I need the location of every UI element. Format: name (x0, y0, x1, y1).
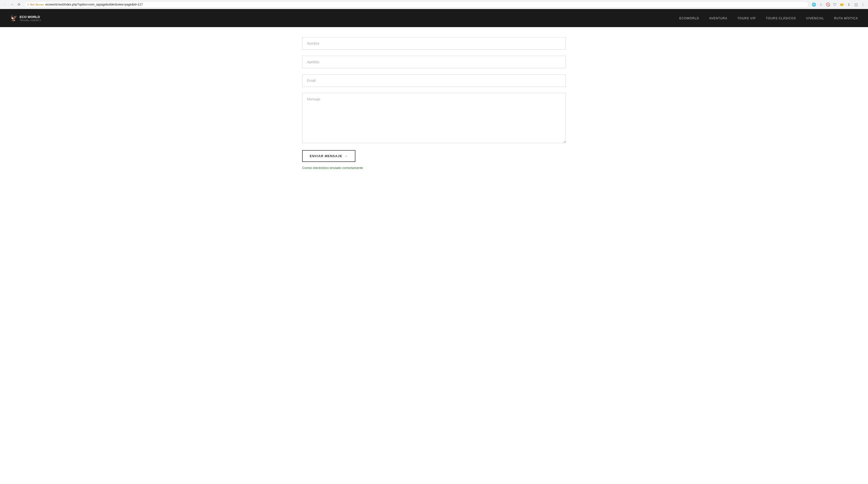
nav-item-tours-vip[interactable]: TOURS VIP (737, 16, 756, 20)
browser-actions: 🌐 ☆ 🚫 🛡 🤛 ⇓ ◫ ⋮ (811, 1, 866, 7)
email-field-wrapper (302, 74, 566, 87)
email-input[interactable] (302, 74, 566, 87)
nav-link-ruta-mistica[interactable]: RUTA MÍSTICA (834, 17, 858, 20)
nav-item-vivencial[interactable]: VIVENCIAL (806, 16, 824, 20)
site-header: 🦅 ECO WORLD TRAVEL AGENCY ECOWORLD AVENT… (0, 9, 868, 27)
browser-chrome: ← → ⟳ ⚠ Not Secure ecoworld.test/index.p… (0, 0, 868, 9)
warning-icon: ⚠ (27, 3, 29, 6)
nav-item-aventura[interactable]: AVENTURA (709, 16, 727, 20)
nav-link-ecoworld[interactable]: ECOWORLD (679, 17, 699, 20)
adblock-button[interactable]: 🚫 (825, 1, 831, 7)
translate-button[interactable]: 🌐 (811, 1, 817, 7)
main-content: ENVIAR MENSAJE → Correo electrónico envi… (0, 27, 868, 180)
logo-text: ECO WORLD TRAVEL AGENCY (20, 14, 41, 22)
shield-button[interactable]: 🛡 (832, 1, 838, 7)
nav-link-vivencial[interactable]: VIVENCIAL (806, 17, 824, 20)
sidebar-button[interactable]: ◫ (853, 1, 859, 7)
url-display: ecoworld.test/index.php?option=com_sppag… (45, 3, 143, 6)
back-button[interactable]: ← (2, 1, 8, 7)
mensaje-field-wrapper (302, 93, 566, 144)
nav-link-tours-clasicos[interactable]: TOURS CLÁSICOS (766, 17, 796, 20)
nav-item-tours-clasicos[interactable]: TOURS CLÁSICOS (766, 16, 796, 20)
submit-button[interactable]: ENVIAR MENSAJE → (302, 150, 355, 162)
nav-item-ruta-mistica[interactable]: RUTA MÍSTICA (834, 16, 858, 20)
security-indicator: ⚠ Not Secure (27, 3, 44, 6)
nav-link-tours-vip[interactable]: TOURS VIP (737, 17, 756, 20)
not-secure-label: Not Secure (30, 3, 44, 6)
submit-arrow-icon: → (344, 154, 348, 158)
submit-label: ENVIAR MENSAJE (310, 154, 342, 158)
nav-menu: ECOWORLD AVENTURA TOURS VIP TOURS CLÁSIC… (679, 16, 858, 20)
download-button[interactable]: ⇓ (846, 1, 852, 7)
apellido-input[interactable] (302, 56, 566, 68)
main-nav: ECOWORLD AVENTURA TOURS VIP TOURS CLÁSIC… (679, 16, 858, 20)
nombre-input[interactable] (302, 37, 566, 50)
reload-button[interactable]: ⟳ (16, 1, 22, 7)
nombre-field-wrapper (302, 37, 566, 50)
nav-item-ecoworld[interactable]: ECOWORLD (679, 16, 699, 20)
apellido-field-wrapper (302, 56, 566, 68)
bookmark-button[interactable]: ☆ (818, 1, 824, 7)
extensions-button[interactable]: 🤛 (839, 1, 845, 7)
nav-link-aventura[interactable]: AVENTURA (709, 17, 727, 20)
logo-icon: 🦅 (10, 14, 18, 22)
forward-button[interactable]: → (9, 1, 15, 7)
logo-area: 🦅 ECO WORLD TRAVEL AGENCY (10, 14, 41, 22)
success-message: Correo electrónico enviado correctamente (302, 166, 363, 170)
mensaje-textarea[interactable] (302, 93, 566, 143)
menu-button[interactable]: ⋮ (860, 1, 866, 7)
address-bar[interactable]: ⚠ Not Secure ecoworld.test/index.php?opt… (24, 1, 809, 8)
contact-form: ENVIAR MENSAJE → Correo electrónico envi… (302, 37, 566, 170)
nav-buttons: ← → ⟳ (2, 1, 22, 7)
form-actions: ENVIAR MENSAJE → Correo electrónico envi… (302, 150, 566, 170)
